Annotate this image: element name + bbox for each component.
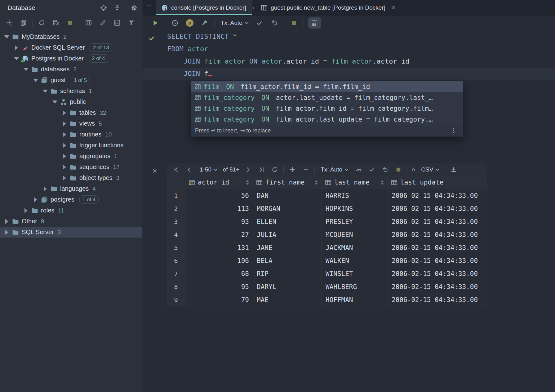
tab-new-table[interactable]: guest.public.new_table [Postgres in Dock… [255,0,402,15]
cell-last-update[interactable]: 2006-02-15 04:34:33.00 [388,241,486,254]
completion-item-film-category[interactable]: film_category ON film_actor.film_id = fi… [191,103,463,114]
download-icon[interactable] [449,165,458,174]
chevron-collapsed-icon[interactable] [24,208,29,213]
cell-last-update[interactable]: 2006-02-15 04:34:33.00 [388,215,486,228]
cell-first-name[interactable]: BELA [253,254,322,267]
sort-icon[interactable] [381,180,384,185]
cell-last-update[interactable]: 2006-02-15 04:34:33.00 [388,202,486,215]
chevron-expanded-icon[interactable] [4,35,9,38]
column-header-actor-id[interactable]: actor_id [185,176,253,189]
cell-last-update[interactable]: 2006-02-15 04:34:33.00 [388,280,486,293]
console-icon[interactable]: QL [112,18,122,28]
tree-item-object-types[interactable]: object types3 [0,172,142,183]
cell-last-update[interactable]: 2006-02-15 04:34:33.00 [388,228,486,241]
table-row[interactable]: 5131JANEJACKMAN2006-02-15 04:34:33.00 [167,241,486,254]
column-header-last-update[interactable]: last_update [388,176,486,189]
sort-icon[interactable] [246,180,250,185]
sql-editor[interactable]: SELECT DISTINCT *FROM actor JOIN film_ac… [143,30,555,163]
chevron-collapsed-icon[interactable] [62,121,67,126]
stop-icon[interactable] [394,165,403,174]
hide-icon[interactable] [143,0,156,10]
duplicate-icon[interactable] [18,18,29,28]
chevron-collapsed-icon[interactable] [33,197,38,202]
cell-actor-id[interactable]: 113 [185,202,253,215]
tree-item-mydatabases[interactable]: MyDatabases2 [0,31,142,42]
tree-item-routines[interactable]: routines10 [0,129,142,140]
chevron-expanded-icon[interactable] [52,100,57,104]
chevron-expanded-icon[interactable] [14,57,19,60]
rollback-icon[interactable] [380,165,390,174]
close-icon[interactable] [391,5,396,10]
close-icon[interactable] [149,166,160,176]
delete-row-icon[interactable] [301,165,310,174]
cell-last-update[interactable]: 2006-02-15 04:34:33.00 [388,267,486,280]
column-header-last-name[interactable]: last_name [322,176,388,189]
table-row[interactable]: 427JULIAMCQUEEN2006-02-15 04:34:33.00 [167,228,486,241]
chevron-collapsed-icon[interactable] [62,143,67,148]
settings-gear-icon[interactable] [129,3,140,13]
commit-icon[interactable] [367,165,376,174]
refresh-icon[interactable] [36,18,47,28]
commit-icon[interactable] [254,18,265,28]
stop-icon[interactable] [289,18,299,28]
cell-actor-id[interactable]: 68 [185,267,253,280]
chevron-collapsed-icon[interactable] [4,230,9,235]
table-icon[interactable] [83,18,94,28]
rollback-icon[interactable] [269,18,280,28]
code-line[interactable]: FROM actor [143,43,555,55]
chevron-collapsed-icon[interactable] [62,165,67,170]
last-page-icon[interactable] [257,165,266,174]
table-row[interactable]: 895DARYLWAHLBERG2006-02-15 04:34:33.00 [167,280,486,293]
chevron-collapsed-icon[interactable] [62,176,67,180]
page-range-dropdown[interactable]: 1-50 [198,166,219,173]
cell-first-name[interactable]: DAN [253,189,322,202]
cell-last-update[interactable]: 2006-02-15 04:34:33.00 [388,189,486,202]
table-row[interactable]: 6196BELAWALKEN2006-02-15 04:34:33.00 [167,254,486,267]
data-source-properties-icon[interactable] [51,18,61,28]
first-page-icon[interactable] [171,165,180,174]
edit-icon[interactable] [97,18,108,28]
table-row[interactable]: 2113MORGANHOPKINS2006-02-15 04:34:33.00 [167,202,486,215]
cell-first-name[interactable]: JULIA [253,228,322,241]
code-line[interactable]: JOIN f [143,68,555,80]
tree-item-trigger-functions[interactable]: trigger functions [0,140,142,151]
chevron-collapsed-icon[interactable] [14,45,19,50]
history-icon[interactable] [170,18,180,28]
cell-last-name[interactable]: HOPKINS [322,202,388,215]
cell-last-name[interactable]: HOFFMAN [322,293,388,306]
add-row-icon[interactable] [288,165,297,174]
code-line[interactable]: JOIN film_actor ON actor.actor_id = film… [143,55,555,68]
tree-item-sequences[interactable]: sequences17 [0,162,142,172]
tree-item-other[interactable]: Other9 [0,216,142,227]
tree-item-sql-server[interactable]: SQL Server3 [0,227,142,238]
filter-icon[interactable] [126,18,136,28]
locate-icon[interactable] [98,3,109,13]
previous-page-icon[interactable] [184,165,194,174]
cell-first-name[interactable]: MORGAN [253,202,322,215]
tx-mode-dropdown[interactable]: Tx: Auto [319,166,350,173]
cell-first-name[interactable]: JANE [253,241,322,254]
chevron-collapsed-icon[interactable] [4,219,9,224]
cell-last-name[interactable]: MCQUEEN [322,228,388,241]
inline-results-icon[interactable] [308,17,321,29]
tree-item-postgres[interactable]: postgres1 of 4 [0,194,142,205]
reload-icon[interactable] [270,165,279,174]
tree-item-public[interactable]: public [0,96,142,107]
cell-last-name[interactable]: PRESLEY [322,215,388,228]
cell-first-name[interactable]: MAE [253,293,322,306]
cell-actor-id[interactable]: 131 [185,241,253,254]
export-format-dropdown[interactable]: CSV [419,166,441,173]
tree-item-databases[interactable]: databases2 [0,64,142,75]
tree-item-tables[interactable]: tables32 [0,107,142,118]
chevron-expanded-icon[interactable] [33,79,38,82]
run-icon[interactable] [150,18,161,28]
wrench-icon[interactable] [199,18,210,28]
tx-mode-dropdown[interactable]: Tx: Auto [219,20,250,26]
cell-last-name[interactable]: WINSLET [322,267,388,280]
stop-icon[interactable] [65,18,75,28]
cell-last-update[interactable]: 2006-02-15 04:34:33.00 [388,254,486,267]
cell-last-name[interactable]: WAHLBERG [322,280,388,293]
cell-actor-id[interactable]: 56 [185,189,253,202]
next-page-icon[interactable] [243,165,253,174]
completion-item-film[interactable]: film ON film_actor.film_id = film.film_i… [191,81,463,92]
